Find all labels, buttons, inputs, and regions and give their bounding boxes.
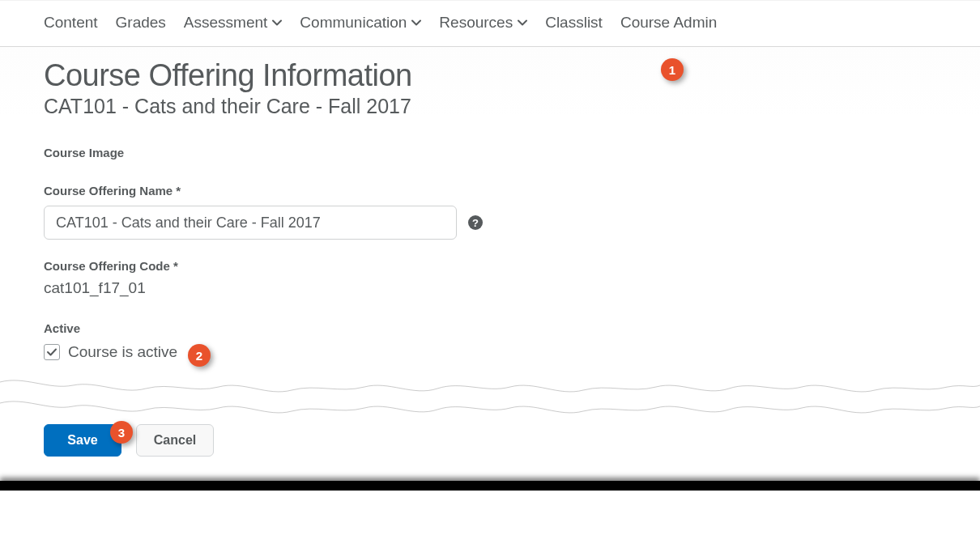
callout-2: 2 <box>188 344 211 367</box>
check-icon <box>46 346 58 358</box>
chevron-down-icon <box>411 18 421 28</box>
help-icon[interactable]: ? <box>468 215 483 230</box>
offering-code-section: Course Offering Code * cat101_f17_01 <box>44 259 936 297</box>
nav-grades[interactable]: Grades <box>116 14 166 32</box>
nav-course-admin[interactable]: Course Admin <box>620 14 717 32</box>
chevron-down-icon <box>518 18 527 28</box>
active-checkbox-label: Course is active <box>68 343 177 361</box>
page-title: Course Offering Information <box>44 58 936 93</box>
course-form: Course Image Course Offering Name * ? Co… <box>0 118 980 361</box>
torn-edge-illustration <box>0 369 980 416</box>
callout-3: 3 <box>110 421 133 444</box>
offering-name-label: Course Offering Name * <box>44 184 936 198</box>
offering-name-input[interactable] <box>44 206 457 240</box>
nav-communication[interactable]: Communication <box>300 14 421 32</box>
offering-code-label: Course Offering Code * <box>44 259 936 273</box>
page-canvas: 1 Content Grades Assessment Communicatio… <box>0 0 980 491</box>
offering-name-section: Course Offering Name * ? <box>44 184 936 240</box>
bottom-shadow <box>0 481 980 491</box>
active-label: Active <box>44 321 936 335</box>
active-checkbox[interactable] <box>44 344 60 360</box>
nav-classlist[interactable]: Classlist <box>545 14 603 32</box>
nav-resources[interactable]: Resources <box>439 14 527 32</box>
nav-assessment[interactable]: Assessment <box>184 14 282 32</box>
course-image-section: Course Image <box>44 146 936 159</box>
cancel-button[interactable]: Cancel <box>136 424 214 457</box>
action-bar: Save Cancel 3 <box>0 416 980 481</box>
course-navbar: Content Grades Assessment Communication … <box>0 0 980 47</box>
page-subtitle: CAT101 - Cats and their Care - Fall 2017 <box>44 95 936 118</box>
callout-1: 1 <box>661 58 684 81</box>
page-header: Course Offering Information CAT101 - Cat… <box>0 47 980 118</box>
offering-code-value: cat101_f17_01 <box>44 279 936 297</box>
active-section: Active Course is active 2 <box>44 321 936 361</box>
chevron-down-icon <box>272 18 282 28</box>
course-image-label: Course Image <box>44 146 936 159</box>
nav-content[interactable]: Content <box>44 14 98 32</box>
active-checkbox-row[interactable]: Course is active <box>44 343 177 361</box>
